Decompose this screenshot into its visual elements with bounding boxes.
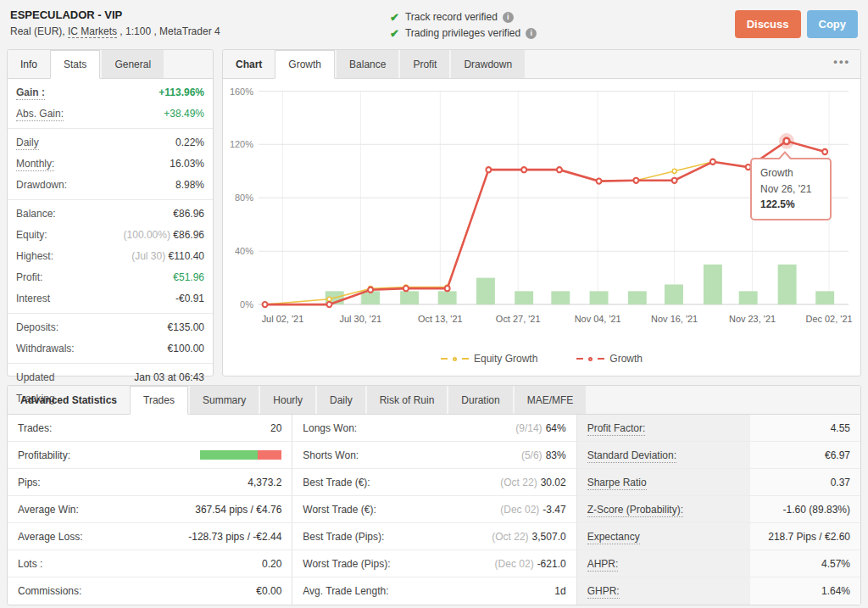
stat-label: Abs. Gain: — [16, 107, 64, 121]
stat-label: Drawdown: — [16, 178, 67, 192]
stats-cell-label: Profitability: — [18, 449, 70, 461]
track-record-verified-label: Track record verified — [405, 9, 498, 25]
legend-item-equity-growth: Equity Growth — [441, 353, 537, 365]
svg-text:160%: 160% — [230, 86, 253, 96]
svg-text:Oct 13, '21: Oct 13, '21 — [418, 314, 463, 324]
stats-cell-label: Avg. Trade Length: — [303, 585, 388, 597]
stat-value: Jan 03 at 06:43 — [134, 371, 204, 385]
verification-badges: ✔Track record verifiedi✔Trading privileg… — [390, 9, 537, 42]
tab-info[interactable]: Info — [8, 50, 50, 78]
stats-cell-label: Average Loss: — [18, 531, 83, 543]
legend-label: Equity Growth — [474, 353, 537, 365]
stats-cell-value: 20 — [270, 422, 281, 434]
stat-value: €100.00 — [168, 342, 204, 356]
svg-text:80%: 80% — [235, 192, 253, 203]
account-details: , 1:100 , MetaTrader 4 — [117, 25, 220, 37]
stat-row: Monthly:16.03% — [8, 153, 213, 175]
stats-cell: GHPR:1.64% — [576, 577, 860, 605]
stats-cell-value: (Oct 22)3,507.0 — [492, 531, 565, 543]
tab-drawdown[interactable]: Drawdown — [451, 50, 525, 78]
svg-text:Dec 02, '21: Dec 02, '21 — [806, 314, 853, 324]
stat-label: Deposits: — [16, 321, 58, 335]
growth-chart[interactable]: Jul 02, '21Jul 30, '21Oct 13, '21Oct 27,… — [228, 82, 854, 347]
stat-group: Deposits:€135.00Withdrawals:€100.00 — [8, 314, 213, 364]
stat-value: -€0.91 — [175, 292, 204, 306]
stats-cell-label: Expectancy — [577, 523, 750, 549]
stat-row: Balance:€86.96 — [8, 204, 213, 225]
stats-cell-label: Best Trade (€): — [303, 477, 370, 488]
stat-value: 16.03% — [170, 157, 204, 171]
stats-cell-value: 4,373.2 — [248, 477, 281, 488]
chart-menu-button[interactable]: ••• — [823, 50, 860, 78]
stats-cell-label: Worst Trade (€): — [303, 504, 376, 516]
tooltip-series: Growth — [760, 165, 821, 181]
tooltip-value: 122.5% — [760, 197, 821, 213]
stats-cell: Pips:4,373.2 — [8, 469, 292, 496]
stats-cell-label: Lots : — [18, 558, 42, 570]
stats-cell: Shorts Won:(5/6)83% — [292, 442, 576, 469]
tab-balance[interactable]: Balance — [337, 50, 398, 78]
tab-risk-of-ruin[interactable]: Risk of Ruin — [367, 386, 448, 414]
main-row: InfoStatsGeneral Gain :+113.96%Abs. Gain… — [7, 49, 861, 377]
broker-link[interactable]: IC Markets — [68, 25, 117, 38]
verification-row: ✔Track record verifiedi — [390, 9, 537, 25]
stats-cell: Longs Won:(9/14)64% — [292, 415, 576, 442]
info-icon[interactable]: i — [526, 28, 537, 39]
account-type: Real (EUR), — [10, 25, 68, 37]
tab-general[interactable]: General — [102, 50, 164, 78]
tab-daily[interactable]: Daily — [317, 386, 365, 414]
tab-summary[interactable]: Summary — [190, 386, 259, 414]
stats-cell-value: -128.73 pips / -€2.44 — [188, 531, 281, 543]
legend-item-growth: Growth — [576, 353, 643, 365]
info-icon[interactable]: i — [503, 12, 514, 23]
tab-mae-mfe[interactable]: MAE/MFE — [515, 386, 587, 414]
svg-text:Nov 23, '21: Nov 23, '21 — [729, 314, 776, 324]
stat-value-note: (Jul 30) — [131, 250, 168, 262]
stats-cell-value: (9/14)64% — [515, 422, 565, 434]
stats-cell-value: 0.37 — [831, 477, 860, 488]
tab-growth[interactable]: Growth — [275, 50, 335, 79]
stats-cell-label: Pips: — [18, 477, 41, 488]
check-icon: ✔ — [390, 25, 399, 42]
tab-profit[interactable]: Profit — [400, 50, 449, 78]
stat-value: (Jul 30) €110.40 — [131, 249, 204, 264]
copy-button[interactable]: Copy — [807, 10, 859, 38]
tab-trades[interactable]: Trades — [130, 386, 188, 415]
tab-hourly[interactable]: Hourly — [260, 386, 315, 414]
stat-label: Profit: — [16, 271, 42, 285]
stat-value: +38.49% — [164, 107, 204, 121]
stats-cell-label: Best Trade (Pips): — [303, 531, 384, 543]
stats-cell-label: Sharpe Ratio — [577, 469, 750, 495]
stats-cell-value: (Dec 02)-621.0 — [495, 558, 566, 570]
stats-cell-value: 0.20 — [262, 558, 281, 570]
stat-label: Highest: — [16, 249, 53, 264]
profitability-bar-loss — [258, 450, 282, 460]
stats-cell: Best Trade (€):(Oct 22)30.02 — [292, 469, 576, 496]
stat-value: 0.22% — [175, 136, 204, 150]
account-subtitle: Real (EUR), IC Markets , 1:100 , MetaTra… — [10, 25, 390, 37]
legend-marker-icon — [588, 357, 593, 361]
stat-row: Withdrawals:€100.00 — [8, 338, 213, 360]
stats-cell-value: €0.00 — [256, 585, 281, 597]
stats-cell-value: (Oct 22)30.02 — [500, 477, 565, 488]
stats-cell: Sharpe Ratio0.37 — [576, 469, 860, 496]
stats-cell-value: (5/6)83% — [521, 449, 566, 461]
stats-cell: Worst Trade (Pips):(Dec 02)-621.0 — [292, 550, 576, 577]
tab-stats[interactable]: Stats — [50, 50, 100, 79]
stats-cell: Average Loss:-128.73 pips / -€2.44 — [8, 523, 292, 550]
stats-cell: Avg. Trade Length:1d — [292, 577, 576, 605]
stat-value: €51.96 — [173, 271, 204, 285]
stat-label: Updated — [16, 371, 54, 385]
stats-value-note: (Dec 02) — [500, 504, 539, 516]
stats-cell-value: 1.64% — [821, 585, 860, 597]
svg-text:0%: 0% — [240, 299, 253, 310]
stats-value-note: (Oct 22) — [492, 531, 528, 543]
discuss-button[interactable]: Discuss — [735, 10, 801, 38]
stat-label: Gain : — [16, 86, 45, 100]
svg-text:Jul 02, '21: Jul 02, '21 — [262, 314, 304, 324]
tab-duration[interactable]: Duration — [448, 386, 512, 414]
chart-panel: Chart GrowthBalanceProfitDrawdown ••• Ju… — [222, 49, 861, 377]
stats-cell: Trades:20 — [8, 415, 292, 442]
stats-cell: Commissions:€0.00 — [8, 577, 292, 605]
stats-cell: Lots :0.20 — [8, 550, 292, 577]
